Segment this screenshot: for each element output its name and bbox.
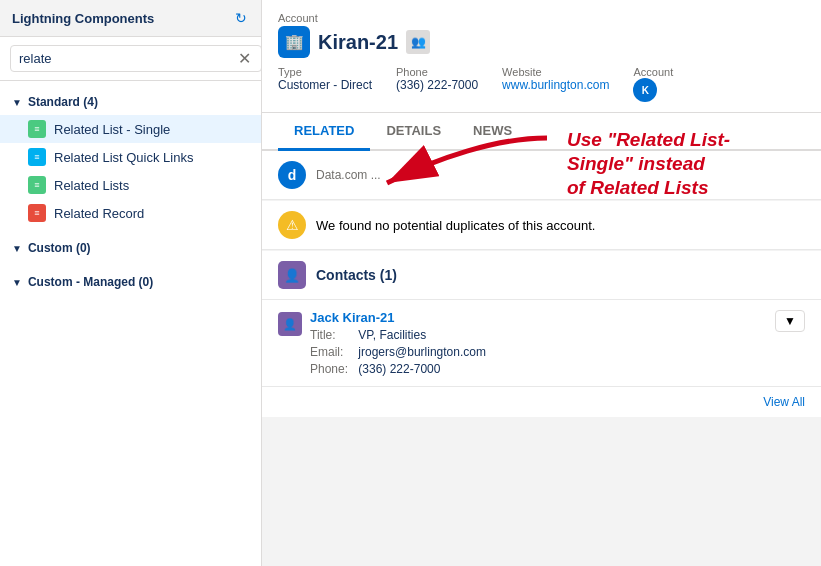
- contact-title-row: Title: VP, Facilities: [310, 328, 486, 342]
- related-list-single-label: Related List - Single: [54, 122, 170, 137]
- section-custom[interactable]: ▼ Custom (0): [0, 235, 261, 261]
- component-list: ▼ Standard (4) ≡ Related List - Single ≡…: [0, 81, 261, 566]
- contact-icon-wrap: 👤 Jack Kiran-21 Title: VP, Facilities Em…: [278, 310, 486, 376]
- field-account: Account K: [633, 66, 673, 102]
- data-com-text: Data.com ...: [316, 168, 381, 182]
- related-list-single-icon: ≡: [28, 120, 46, 138]
- data-com-icon: d: [278, 161, 306, 189]
- sidebar-item-related-record[interactable]: ≡ Related Record: [0, 199, 261, 227]
- duplicate-row: ⚠ We found no potential duplicates of th…: [262, 201, 821, 250]
- contact-email-row: Email: jrogers@burlington.com: [310, 345, 486, 359]
- contact-email-label: Email:: [310, 345, 355, 359]
- section-standard[interactable]: ▼ Standard (4): [0, 89, 261, 115]
- sidebar-item-related-list-quick[interactable]: ≡ Related List Quick Links: [0, 143, 261, 171]
- contacts-section-icon: 👤: [278, 261, 306, 289]
- contact-phone-value: (336) 222-7000: [358, 362, 440, 376]
- chevron-down-icon-2: ▼: [12, 243, 22, 254]
- related-lists-icon: ≡: [28, 176, 46, 194]
- contacts-header: 👤 Contacts (1): [262, 251, 821, 300]
- field-type: Type Customer - Direct: [278, 66, 372, 102]
- record-name: Kiran-21: [318, 31, 398, 54]
- field-phone-label: Phone: [396, 66, 478, 78]
- field-phone: Phone (336) 222-7000: [396, 66, 478, 102]
- contact-email-value: jrogers@burlington.com: [358, 345, 486, 359]
- related-list-quick-icon: ≡: [28, 148, 46, 166]
- duplicate-text: We found no potential duplicates of this…: [316, 218, 595, 233]
- related-lists-label: Related Lists: [54, 178, 129, 193]
- chevron-down-icon: ▼: [12, 97, 22, 108]
- sidebar-item-related-lists[interactable]: ≡ Related Lists: [0, 171, 261, 199]
- field-type-label: Type: [278, 66, 372, 78]
- section-custom-managed[interactable]: ▼ Custom - Managed (0): [0, 269, 261, 295]
- contact-dropdown-button[interactable]: ▼: [775, 310, 805, 332]
- field-account-label: Account: [633, 66, 673, 78]
- people-icon[interactable]: 👥: [406, 30, 430, 54]
- search-input[interactable]: [10, 45, 262, 72]
- related-list-quick-label: Related List Quick Links: [54, 150, 193, 165]
- field-type-value: Customer - Direct: [278, 78, 372, 92]
- content-area: d Data.com ... ⚠ We found no potential d…: [262, 151, 821, 566]
- contact-title-value: VP, Facilities: [358, 328, 426, 342]
- tab-related[interactable]: RELATED: [278, 113, 370, 151]
- record-object-type: Account: [278, 12, 805, 24]
- related-record-label: Related Record: [54, 206, 144, 221]
- data-com-row: d Data.com ...: [262, 151, 821, 200]
- panel-title: Lightning Components: [12, 11, 154, 26]
- left-panel: Lightning Components ↻ ✕ ▼ Standard (4) …: [0, 0, 262, 566]
- section-custom-managed-label: Custom - Managed (0): [28, 275, 153, 289]
- section-custom-label: Custom (0): [28, 241, 91, 255]
- avatar: K: [633, 78, 657, 102]
- contact-info: Jack Kiran-21 Title: VP, Facilities Emai…: [310, 310, 486, 376]
- contacts-section: 👤 Contacts (1) 👤 Jack Kiran-21 Title: VP…: [262, 251, 821, 417]
- field-website: Website www.burlington.com: [502, 66, 609, 102]
- contact-person-icon: 👤: [278, 312, 302, 336]
- right-panel: Account 🏢 Kiran-21 👥 Type Customer - Dir…: [262, 0, 821, 566]
- left-header: Lightning Components ↻: [0, 0, 261, 37]
- tab-news[interactable]: NEWS: [457, 113, 528, 151]
- related-record-icon: ≡: [28, 204, 46, 222]
- contact-name[interactable]: Jack Kiran-21: [310, 310, 486, 325]
- sidebar-item-related-list-single[interactable]: ≡ Related List - Single: [0, 115, 261, 143]
- record-icon: 🏢: [278, 26, 310, 58]
- tabs-bar: RELATED DETAILS NEWS: [262, 113, 821, 151]
- refresh-button[interactable]: ↻: [233, 8, 249, 28]
- search-bar: ✕: [0, 37, 261, 81]
- chevron-down-icon-3: ▼: [12, 277, 22, 288]
- search-clear-icon[interactable]: ✕: [238, 51, 251, 67]
- contact-title-label: Title:: [310, 328, 355, 342]
- contact-phone-label: Phone:: [310, 362, 355, 376]
- field-phone-value: (336) 222-7000: [396, 78, 478, 92]
- field-website-label: Website: [502, 66, 609, 78]
- contact-phone-row: Phone: (336) 222-7000: [310, 362, 486, 376]
- tab-details[interactable]: DETAILS: [370, 113, 457, 151]
- contact-item: 👤 Jack Kiran-21 Title: VP, Facilities Em…: [262, 300, 821, 387]
- section-standard-label: Standard (4): [28, 95, 98, 109]
- view-all-link[interactable]: View All: [262, 387, 821, 417]
- record-header: Account 🏢 Kiran-21 👥 Type Customer - Dir…: [262, 0, 821, 113]
- field-website-value[interactable]: www.burlington.com: [502, 78, 609, 92]
- contacts-title: Contacts (1): [316, 267, 397, 283]
- duplicate-icon: ⚠: [278, 211, 306, 239]
